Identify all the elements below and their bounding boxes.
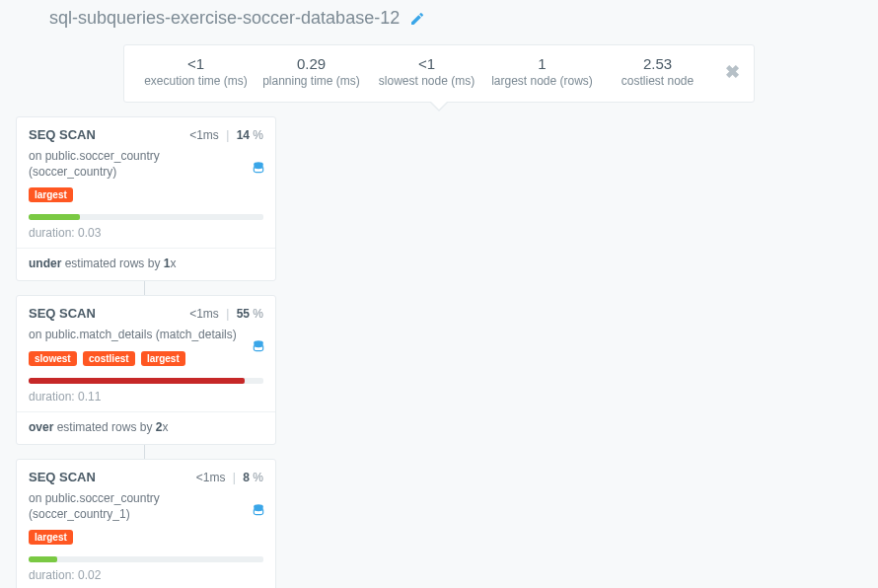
stat-slowest-node: <1 slowest node (ms) [369,55,484,88]
node-time: <1ms [189,307,219,321]
pct-unit: % [253,128,263,142]
stat-value: 0.29 [254,55,369,72]
tag-largest: largest [29,530,73,545]
separator: | [233,471,236,484]
est-suffix: x [162,420,168,434]
estimate-line: over estimated rows by 2x [17,411,275,434]
plan-node-header: SEQ SCAN <1ms | 14 % [29,127,263,142]
tag-slowest: slowest [29,351,77,366]
plan-node-header: SEQ SCAN <1ms | 8 % [29,470,263,484]
node-time: <1ms [189,128,219,142]
est-mid: estimated rows by [53,420,155,434]
duration-value: 0.02 [78,568,101,582]
page-title: sql-subqueries-exercise-soccer-database-… [49,8,400,29]
relation-name: public.soccer_country (soccer_country_1) [29,491,160,521]
estimate-line: under estimated rows by 1x [17,248,275,270]
plan-tree: SEQ SCAN <1ms | 14 % on public.soccer_co… [0,103,276,588]
scan-type: SEQ SCAN [29,306,96,321]
stat-value: 2.53 [600,55,715,72]
duration-text: duration: 0.02 [29,568,263,582]
on-prefix: on [29,491,45,505]
est-direction: over [29,420,53,434]
plan-node[interactable]: SEQ SCAN <1ms | 8 % on public.soccer_cou… [16,459,276,588]
tag-largest: largest [141,351,185,366]
tag-row: largest [29,187,263,202]
header: sql-subqueries-exercise-soccer-database-… [0,0,878,29]
tree-connector [144,445,145,459]
duration-label: duration: [29,226,78,240]
separator: | [226,307,229,321]
duration-label: duration: [29,568,78,582]
pct-unit: % [253,307,263,321]
duration-text: duration: 0.03 [29,226,263,240]
duration-bar-fill [29,214,80,220]
duration-value: 0.03 [78,226,101,240]
stats-pointer-icon [429,102,449,111]
on-prefix: on [29,149,45,163]
scan-type: SEQ SCAN [29,470,96,484]
duration-bar [29,378,263,384]
node-pct: 55 [237,307,250,321]
tag-largest: largest [29,187,73,202]
pct-unit: % [253,471,263,484]
stat-value: <1 [369,55,484,72]
est-suffix: x [170,257,176,270]
stat-value: 1 [484,55,600,72]
tag-costliest: costliest [83,351,135,366]
stat-label: slowest node (ms) [369,74,484,88]
node-metrics: <1ms | 14 % [189,128,263,142]
est-direction: under [29,257,61,270]
tree-connector [144,281,145,295]
duration-value: 0.11 [78,390,101,404]
database-icon [252,503,265,517]
relation-line: on public.match_details (match_details) [29,327,263,342]
duration-text: duration: 0.11 [29,390,263,404]
stat-planning-time: 0.29 planning time (ms) [254,55,369,88]
duration-bar-fill [29,556,57,562]
stat-value: <1 [138,55,254,72]
stat-largest-node: 1 largest node (rows) [484,55,600,88]
stat-label: largest node (rows) [484,74,600,88]
plan-node[interactable]: SEQ SCAN <1ms | 55 % on public.match_det… [16,295,276,444]
edit-icon[interactable] [409,11,425,27]
plan-node-header: SEQ SCAN <1ms | 55 % [29,306,263,321]
database-icon [252,161,265,175]
relation-name: public.match_details (match_details) [45,328,237,341]
duration-bar [29,214,263,220]
stat-label: costliest node [600,74,715,88]
database-icon [252,339,265,353]
separator: | [226,128,229,142]
node-time: <1ms [196,471,226,484]
stat-execution-time: <1 execution time (ms) [138,55,254,88]
on-prefix: on [29,328,45,341]
relation-line: on public.soccer_country (soccer_country… [29,148,263,180]
node-pct: 14 [237,128,250,142]
stat-label: planning time (ms) [254,74,369,88]
close-icon[interactable]: ✖ [715,61,740,83]
duration-bar-fill [29,378,245,384]
est-mid: estimated rows by [61,257,163,270]
node-metrics: <1ms | 8 % [196,471,263,484]
stat-label: execution time (ms) [138,74,254,88]
plan-node[interactable]: SEQ SCAN <1ms | 14 % on public.soccer_co… [16,116,276,281]
relation-line: on public.soccer_country (soccer_country… [29,490,263,522]
stats-bar: <1 execution time (ms) 0.29 planning tim… [123,44,755,103]
tag-row: largest [29,530,263,545]
stat-costliest-node: 2.53 costliest node [600,55,715,88]
scan-type: SEQ SCAN [29,127,96,142]
node-metrics: <1ms | 55 % [189,307,263,321]
node-pct: 8 [243,471,250,484]
duration-bar [29,556,263,562]
duration-label: duration: [29,390,78,404]
relation-name: public.soccer_country (soccer_country) [29,149,160,179]
tag-row: slowest costliest largest [29,351,263,366]
